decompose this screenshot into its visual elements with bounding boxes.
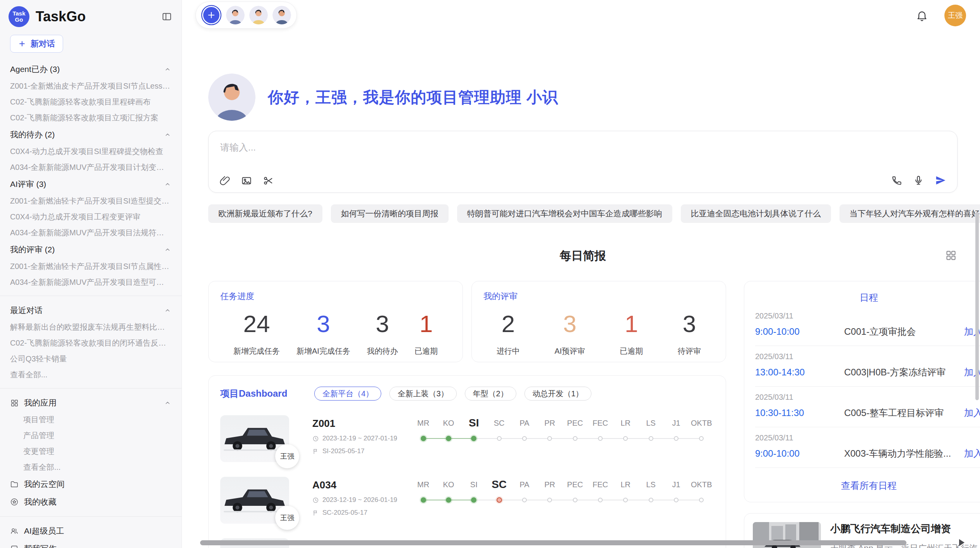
- milestone-dot-mr[interactable]: [421, 497, 426, 503]
- sidebar-section-tasks-0[interactable]: Agent已办 (3): [10, 60, 171, 78]
- sidebar-item-my-apps[interactable]: 我的应用: [10, 394, 171, 412]
- phone-call-icon[interactable]: [891, 175, 902, 186]
- sidebar-section-tasks-1[interactable]: 我的待办 (2): [10, 126, 171, 144]
- suggestion-chip[interactable]: 当下年轻人对汽车外观有怎样的喜好趋势: [840, 204, 980, 223]
- chevron-up-icon[interactable]: [164, 131, 171, 139]
- project-owner-badge[interactable]: 王强: [275, 444, 299, 468]
- milestone-dot-lr[interactable]: [623, 498, 628, 502]
- schedule-event-name: C003|H0B-方案冻结评审: [844, 366, 956, 378]
- attachment-icon[interactable]: [219, 175, 230, 186]
- stat-value: 1: [620, 310, 643, 337]
- milestone-dot-ls[interactable]: [649, 498, 653, 502]
- sidebar-app-item[interactable]: 查看全部...: [10, 459, 171, 475]
- sidebar-section-label: 我的评审 (2): [10, 244, 164, 255]
- sidebar-app-item[interactable]: 产品管理: [10, 428, 171, 444]
- sidebar-item-star-badge[interactable]: 我的收藏: [10, 493, 171, 511]
- schedule-join-link[interactable]: 加入: [964, 407, 980, 419]
- schedule-event-row: 13:00-14:30C003|H0B-方案冻结评审加入: [755, 366, 980, 378]
- milestone-dot-j1[interactable]: [674, 498, 678, 502]
- milestone-dot-pa[interactable]: [522, 498, 527, 502]
- milestone-dot-mr[interactable]: [421, 436, 426, 441]
- milestone-dot-pec[interactable]: [573, 498, 577, 502]
- suggestion-chip[interactable]: 如何写一份清晰的项目周报: [331, 204, 449, 223]
- milestone-dot-oktb[interactable]: [699, 498, 704, 502]
- view-all-schedule-link[interactable]: 查看所有日程: [755, 471, 980, 502]
- milestone-label: MR: [411, 478, 436, 491]
- dashboard-filter-pill[interactable]: 全新平台（4）: [314, 387, 381, 401]
- milestone-label: FEC: [588, 478, 613, 491]
- project-owner-badge[interactable]: 王强: [275, 506, 299, 530]
- sidebar-app-item[interactable]: 变更管理: [10, 444, 171, 459]
- sidebar-task-item[interactable]: C0X4-动力总成开发项目SI里程碑提交物检查: [10, 144, 171, 159]
- suggestion-chips: 欧洲新规最近颁布了什么?如何写一份清晰的项目周报特朗普可能对进口汽车增税会对中国…: [208, 204, 958, 223]
- sidebar-task-item[interactable]: C02-飞腾新能源轻客改款项目立项汇报方案: [10, 110, 171, 126]
- message-input[interactable]: [209, 131, 957, 166]
- milestone-dot-sc[interactable]: [497, 497, 502, 503]
- chevron-up-icon[interactable]: [164, 307, 171, 314]
- milestone-dot-pr[interactable]: [547, 498, 552, 502]
- sidebar-task-item[interactable]: Z001-全新燃油皮卡产品开发项目SI节点Lesson Learn报告: [10, 78, 171, 94]
- sidebar-recent-item[interactable]: 解释最新出台的欧盟报废车法规再生塑料比例被调至15%...: [10, 319, 171, 335]
- milestone-dot-si[interactable]: [471, 497, 476, 503]
- sidebar-recent-item[interactable]: 查看全部...: [10, 367, 171, 383]
- milestone-dot-pr[interactable]: [547, 436, 552, 441]
- milestone-dot-oktb[interactable]: [699, 436, 704, 441]
- milestone-dot-pa[interactable]: [522, 436, 527, 441]
- dashboard-filter-pill[interactable]: 全新上装（3）: [389, 387, 456, 401]
- milestone-dot-sc[interactable]: [497, 436, 502, 441]
- sidebar-section-recent[interactable]: 最近对话: [10, 301, 171, 319]
- scroll-right-arrow[interactable]: [959, 539, 965, 546]
- sidebar-task-item[interactable]: A034-全新新能源MUV产品开发项目造型可行性评审: [10, 274, 171, 290]
- sidebar-task-item[interactable]: Z001-全新燃油轻卡产品开发项目SI节点属性5D文件评审: [10, 259, 171, 274]
- image-upload-icon[interactable]: [241, 175, 252, 186]
- sidebar-item-folder[interactable]: 我的云空间: [10, 475, 171, 493]
- sidebar-section-tasks-3[interactable]: 我的评审 (2): [10, 241, 171, 259]
- sidebar-section-tasks-2[interactable]: AI评审 (3): [10, 175, 171, 193]
- milestone-dot-j1[interactable]: [674, 436, 678, 441]
- suggestion-chip[interactable]: 比亚迪全固态电池计划具体说了什么: [681, 204, 831, 223]
- vertical-scrollbar[interactable]: [975, 212, 979, 400]
- milestone-dot-cell: [663, 435, 689, 442]
- microphone-icon[interactable]: [913, 175, 924, 186]
- sidebar-recent-item[interactable]: 公司Q3轻卡销量: [10, 351, 171, 367]
- sidebar-tool-item[interactable]: AI超级员工: [10, 522, 171, 540]
- sidebar-task-item[interactable]: A034-全新新能源MUV产品开发项目法规符合性评审: [10, 225, 171, 241]
- main-area: 王强 你好，王强，我是你的项目管理助理 小识: [182, 0, 980, 548]
- send-icon[interactable]: [935, 175, 946, 186]
- milestone-label: KO: [436, 416, 461, 430]
- suggestion-chip[interactable]: 欧洲新规最近颁布了什么?: [208, 204, 322, 223]
- sidebar-collapse-icon[interactable]: [161, 11, 172, 22]
- milestone-dot-cell: [588, 497, 613, 503]
- milestone-dot-lr[interactable]: [623, 436, 628, 441]
- schedule-join-link[interactable]: 加入: [964, 447, 980, 460]
- chevron-up-icon[interactable]: [164, 65, 171, 73]
- sidebar-item-label: 我的应用: [24, 397, 57, 408]
- milestone-dot-ko[interactable]: [446, 436, 451, 441]
- sidebar-task-item[interactable]: Z001-全新燃油轻卡产品开发项目SI造型提交物评审: [10, 193, 171, 209]
- new-chat-button[interactable]: 新对话: [10, 35, 63, 53]
- milestone-dot-pec[interactable]: [573, 436, 577, 441]
- sidebar-tool-item[interactable]: 帮我写作: [10, 540, 171, 548]
- milestone-dot-ko[interactable]: [446, 497, 451, 503]
- chevron-up-icon[interactable]: [164, 180, 171, 188]
- sidebar-app-item[interactable]: 项目管理: [10, 412, 171, 428]
- stat-value: 24: [233, 310, 280, 337]
- milestone-dot-fec[interactable]: [598, 498, 603, 502]
- horizontal-scrollbar[interactable]: [200, 540, 906, 545]
- milestone-dot-fec[interactable]: [598, 436, 603, 441]
- chevron-up-icon[interactable]: [164, 399, 171, 407]
- milestone-dot-si[interactable]: [471, 436, 476, 441]
- dashboard-filter-pill[interactable]: 年型（2）: [465, 387, 516, 401]
- dashboard-filter-pill[interactable]: 动总开发（1）: [524, 387, 591, 401]
- scissors-icon[interactable]: [263, 175, 274, 186]
- app-logo: Task Go: [9, 6, 29, 27]
- sidebar-task-item[interactable]: A034-全新新能源MUV产品开发项目计划变更表编写: [10, 159, 171, 175]
- sidebar-recent-item[interactable]: C02-飞腾新能源轻客改款项目的闭环通告反馈情况: [10, 335, 171, 351]
- sidebar-item-label: 我的云空间: [24, 479, 65, 490]
- milestone-dot-ls[interactable]: [649, 436, 653, 441]
- layout-grid-icon[interactable]: [945, 250, 957, 261]
- sidebar-task-item[interactable]: C02-飞腾新能源轻客改款项目里程碑画布: [10, 94, 171, 110]
- sidebar-task-item[interactable]: C0X4-动力总成开发项目工程变更评审: [10, 209, 171, 225]
- suggestion-chip[interactable]: 特朗普可能对进口汽车增税会对中国车企造成哪些影响: [457, 204, 672, 223]
- chevron-up-icon[interactable]: [164, 246, 171, 253]
